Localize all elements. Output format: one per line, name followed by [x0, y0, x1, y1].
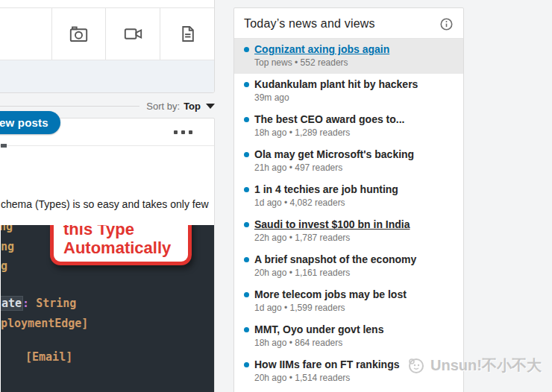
news-item-meta: 22h ago • 1,787 readers [254, 233, 454, 243]
watermark-text: Unsun!不小不大 [430, 355, 542, 376]
share-input-row[interactable] [0, 0, 214, 8]
code-line: ploymentEdge] [1, 317, 88, 330]
callout-line-1: this Type [63, 225, 188, 238]
news-item-bullet-icon [244, 82, 249, 87]
news-item[interactable]: The best CEO award goes to... 18h ago • … [234, 109, 463, 144]
camera-icon [69, 24, 89, 44]
post-card: chema (Types) is so easy and takes only … [0, 118, 215, 392]
avatar-fragment [1, 144, 7, 148]
news-item-bullet-icon [244, 327, 249, 332]
share-camera-button[interactable] [51, 8, 106, 60]
post-overflow-button[interactable] [174, 130, 192, 134]
news-panel-header: Today’s news and views [234, 8, 463, 39]
news-item[interactable]: Saudi to invest $100 bn in India 22h ago… [234, 214, 463, 249]
code-fragment: g [1, 259, 7, 273]
share-icon-row [0, 8, 214, 60]
news-item-bullet-icon [244, 117, 249, 122]
news-item-bullet-icon [244, 257, 249, 262]
news-panel-title: Today’s news and views [244, 17, 375, 31]
sort-value[interactable]: Top [184, 101, 201, 112]
watermark: Unsun!不小不大 [406, 355, 542, 376]
share-video-button[interactable] [105, 8, 160, 60]
news-item-bullet-icon [244, 292, 249, 297]
news-item-meta: 20h ago • 1,161 readers [254, 268, 454, 278]
overflow-dot-icon [174, 130, 178, 134]
code-image[interactable]: this Type Automatically ngnggate: String… [1, 225, 215, 392]
overflow-dot-icon [181, 130, 185, 134]
code-callout: this Type Automatically [50, 225, 192, 265]
news-item-title[interactable]: A brief snapshot of the economy [254, 253, 454, 266]
post-text: chema (Types) is so easy and takes only … [1, 198, 215, 210]
news-item-title[interactable]: The best CEO award goes to... [254, 113, 454, 126]
code-fragment: ng [1, 240, 14, 253]
code-line: ate: String [1, 297, 76, 310]
news-item-meta: Top news • 552 readers [254, 57, 454, 68]
news-item-bullet-icon [244, 222, 249, 227]
code-line: [Email] [25, 350, 72, 364]
news-item[interactable]: More telecom jobs may be lost 1d ago • 1… [234, 284, 463, 319]
share-cell-empty[interactable] [0, 8, 51, 60]
news-item-bullet-icon [244, 187, 249, 192]
news-item-title[interactable]: Saudi to invest $100 bn in India [254, 218, 454, 231]
news-item-meta: 1d ago • 4,082 readers [254, 197, 454, 208]
share-document-button[interactable] [160, 8, 214, 60]
chevron-down-icon[interactable] [206, 104, 215, 109]
news-item-title[interactable]: Cognizant axing jobs again [254, 43, 454, 56]
overflow-dot-icon [189, 130, 192, 134]
sort-by-label: Sort by: [146, 101, 180, 112]
new-posts-button[interactable]: New posts [0, 111, 60, 134]
news-item-bullet-icon [244, 362, 249, 367]
info-circle-icon [440, 18, 453, 31]
news-item-title[interactable]: Ola may get Microsoft's backing [254, 148, 454, 161]
news-item-title[interactable]: MMT, Oyo under govt lens [254, 323, 454, 336]
watermark-icon [406, 355, 426, 376]
news-item[interactable]: 1 in 4 techies are job hunting 1d ago • … [234, 179, 463, 214]
news-item[interactable]: Ola may get Microsoft's backing 21h ago … [234, 144, 463, 179]
code-fragment: ng [1, 225, 13, 233]
news-item-title[interactable]: 1 in 4 techies are job hunting [254, 183, 454, 196]
news-item-title[interactable]: More telecom jobs may be lost [254, 288, 454, 301]
news-item-meta: 18h ago • 1,289 readers [254, 127, 454, 138]
news-item-meta: 18h ago • 864 readers [254, 338, 454, 348]
info-button[interactable] [440, 18, 453, 31]
sort-divider-line [0, 106, 139, 107]
news-item[interactable]: Kudankulam plant hit by hackers 39m ago [234, 74, 463, 109]
news-item[interactable]: Cognizant axing jobs again Top news • 55… [234, 39, 463, 74]
news-item-bullet-icon [244, 47, 249, 52]
share-box [0, 0, 215, 93]
news-item-bullet-icon [244, 152, 249, 157]
news-item-meta: 1d ago • 1,599 readers [254, 303, 454, 313]
linkedin-feed-screen: Sort by: Top New posts chema (Types) is … [0, 0, 552, 392]
share-box-footer [0, 60, 214, 92]
news-item-title[interactable]: Kudankulam plant hit by hackers [254, 78, 454, 91]
news-item-meta: 21h ago • 497 readers [254, 162, 454, 173]
news-item[interactable]: MMT, Oyo under govt lens 18h ago • 864 r… [234, 319, 463, 354]
news-panel: Today’s news and views Cognizant axing j… [233, 7, 464, 392]
document-icon [178, 24, 198, 44]
news-list: Cognizant axing jobs again Top news • 55… [234, 39, 463, 389]
news-item-meta: 39m ago [254, 92, 454, 103]
callout-line-2: Automatically [63, 238, 188, 257]
news-item[interactable]: A brief snapshot of the economy 20h ago … [234, 249, 463, 284]
video-icon [123, 24, 143, 44]
